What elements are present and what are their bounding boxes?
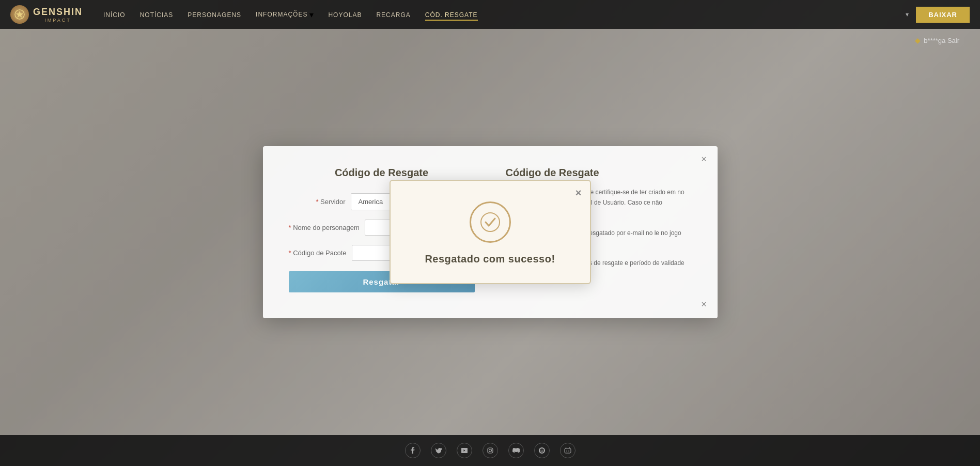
footer-discord-icon[interactable]	[508, 443, 524, 458]
footer-twitter-icon[interactable]	[431, 443, 446, 458]
svg-point-4	[491, 449, 492, 449]
footer	[0, 435, 980, 466]
main-content: × × Código de Resgate Servidor America N…	[0, 29, 980, 435]
svg-point-7	[540, 450, 541, 451]
success-popup: × Resgatado com sucesso!	[390, 180, 591, 284]
nav-links: Início Notícias Personagens Informações …	[103, 10, 478, 20]
user-name[interactable]: b****ga Sair	[924, 37, 959, 44]
footer-bilibili-icon[interactable]	[560, 443, 575, 458]
logo-text-block: Genshin Impact	[33, 7, 83, 23]
svg-point-8	[542, 450, 542, 451]
success-popup-overlay: × Resgatado com sucesso!	[0, 29, 980, 435]
nav-cod-resgate[interactable]: Cód. Resgate	[425, 10, 478, 19]
popup-close-button[interactable]: ×	[575, 187, 582, 199]
navbar-right: ▾ Baixar	[906, 7, 970, 23]
footer-facebook-icon[interactable]	[405, 443, 421, 458]
svg-point-3	[489, 449, 491, 452]
nav-hoyolab[interactable]: HoYoLAB	[328, 10, 362, 19]
success-message: Resgatado com sucesso!	[425, 253, 555, 265]
logo[interactable]: Genshin Impact	[10, 5, 83, 24]
checkmark-icon	[480, 212, 501, 232]
nav-inicio[interactable]: Início	[103, 10, 126, 19]
user-login-area: ◆ b****ga Sair	[915, 36, 959, 44]
dropdown-icon: ▾	[906, 11, 909, 18]
svg-rect-9	[565, 448, 571, 453]
nav-noticias[interactable]: Notícias	[140, 10, 174, 19]
nav-informacoes[interactable]: Informações ▾	[256, 10, 314, 20]
logo-icon	[10, 5, 29, 24]
baixar-button[interactable]: Baixar	[916, 7, 970, 23]
logo-subtitle: Impact	[33, 18, 83, 23]
success-icon-circle	[470, 201, 511, 243]
dropdown-arrow-icon: ▾	[309, 10, 314, 20]
footer-youtube-icon[interactable]	[457, 443, 472, 458]
modal-backdrop: × × Código de Resgate Servidor America N…	[0, 29, 980, 435]
navbar: Genshin Impact Início Notícias Personage…	[0, 0, 980, 29]
nav-recarga[interactable]: Recarga	[376, 10, 410, 19]
user-diamond-icon: ◆	[915, 36, 921, 44]
svg-rect-2	[488, 448, 493, 453]
svg-point-1	[481, 213, 500, 231]
logo-title: Genshin	[33, 7, 83, 18]
nav-personagens[interactable]: Personagens	[188, 10, 241, 19]
footer-reddit-icon[interactable]	[534, 443, 550, 458]
footer-instagram-icon[interactable]	[483, 443, 498, 458]
